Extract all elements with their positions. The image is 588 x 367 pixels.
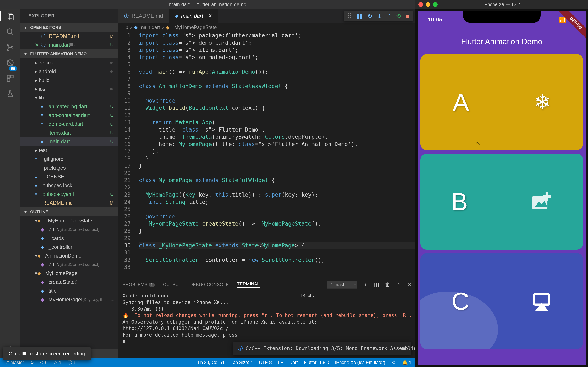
phone-frame: 10:05 📶🔋 DEBUG Flutter Animation Demo A … [415,9,588,367]
folder-item[interactable]: ▸ test [20,146,118,155]
folder-item[interactable]: ▸ .vscode [20,58,118,67]
folder-item[interactable]: ▾ lib [20,93,118,102]
outline-item[interactable]: ◆build (BuildContext context) [20,260,118,269]
card-a[interactable]: A ❄ [420,54,583,150]
maximize-window-icon[interactable] [433,2,438,7]
editor-tab[interactable]: ◆main.dart✕ [169,9,218,23]
svg-rect-0 [8,13,12,19]
notifications-icon[interactable]: 🔔 1 [402,360,411,365]
kill-terminal-icon[interactable]: 🗑 [385,282,390,288]
folder-item[interactable]: ▸ build [20,76,118,85]
file-item[interactable]: ≡main.dartU [20,137,118,146]
app-bar-title: Flutter Animation Demo [417,32,586,51]
step-out-icon[interactable]: ⤒ [387,13,391,19]
mouse-cursor-icon: ↖ [476,140,480,147]
svg-point-2 [7,29,12,33]
feedback-icon[interactable]: ☺ [391,360,396,365]
card-c[interactable]: C [420,253,583,349]
svg-rect-16 [543,195,551,198]
file-item[interactable]: ≡.gitignore [20,155,118,164]
sidebar-title: EXPLORER [20,9,118,23]
outline-item[interactable]: ◆title [20,286,118,295]
device-selector[interactable]: iPhone Xʀ (ios Emulator) [335,360,385,365]
stop-icon[interactable]: ■ [406,13,409,19]
flutter-version[interactable]: Flutter: 1.8.0 [304,360,329,365]
extensions-icon[interactable] [5,73,15,83]
card-b[interactable]: B [420,154,583,250]
outline-item[interactable]: ◆MyHomePage ({Key key, this.tit... [20,295,118,304]
open-editor-item[interactable]: ✕ⓘmain.dart libU [20,41,118,49]
outline-item[interactable]: ▾ ◆AnimationDemo [20,251,118,260]
phone-screen[interactable]: 10:05 📶🔋 DEBUG Flutter Animation Demo A … [417,11,586,365]
step-in-icon[interactable]: ⤓ [377,13,382,19]
search-icon[interactable] [5,27,15,37]
split-terminal-icon[interactable]: ◫ [374,282,379,288]
outline-item[interactable]: ▾ ◆MyHomePage [20,269,118,278]
file-item[interactable]: ≡pubspec.yamlU [20,190,118,199]
outline-item[interactable]: ◆_cards [20,234,118,243]
tab-terminal[interactable]: TERMINAL [237,281,260,288]
drag-handle-icon[interactable]: ⠿ [347,13,352,19]
flutter-test-icon[interactable] [5,89,15,99]
outline-header[interactable]: ▾OUTLINE [20,207,118,216]
file-item[interactable]: ≡LICENSE [20,172,118,181]
screen-recording-notice[interactable]: Click ⏹ to stop screen recording [3,347,91,360]
panel-tab-bar: PROBLEMS1 OUTPUT DEBUG CONSOLE TERMINAL … [118,279,415,291]
svg-rect-1 [9,15,13,20]
notification-toast[interactable]: ⓘC/C++ Extension: Downloading 3/5: Mono … [233,342,411,355]
folder-item[interactable]: ▸ ios [20,85,118,93]
maximize-panel-icon[interactable]: ＾ [396,281,401,288]
file-item[interactable]: ≡animated-bg.dartU [20,102,118,111]
outline-item[interactable]: ◆build (BuildContext context) [20,225,118,234]
terminal-selector[interactable]: 1: bash [327,281,357,289]
close-panel-icon[interactable]: ✕ [407,282,411,288]
debug-icon[interactable] [5,58,15,68]
traffic-lights [418,2,438,7]
tab-debug-console[interactable]: DEBUG CONSOLE [190,282,229,287]
file-item[interactable]: ≡app-container.dartU [20,111,118,120]
source-control-icon[interactable] [5,42,15,52]
minimize-window-icon[interactable] [426,2,430,7]
git-branch[interactable]: ⎇ master [4,360,24,365]
editor-tab[interactable]: ⓘREADME.md [118,9,169,23]
file-item[interactable]: ≡README.mdM [20,199,118,207]
tab-size[interactable]: Tab Size: 4 [231,360,253,365]
open-editors-header[interactable]: ▾OPEN EDITORS [20,23,118,32]
pause-icon[interactable]: ▮▮ [356,13,363,19]
tab-output[interactable]: OUTPUT [163,282,181,287]
explorer-icon[interactable] [0,11,20,21]
card-list[interactable]: A ❄ B C [420,54,583,365]
code-editor[interactable]: 1234567891011121314151617181920212223242… [118,32,415,278]
file-item[interactable]: ≡demo-card.dartU [20,120,118,128]
language-mode[interactable]: Dart [289,360,298,365]
file-item[interactable]: ≡items.dartU [20,128,118,137]
new-terminal-icon[interactable]: ＋ [363,281,368,288]
outline-item[interactable]: ◆createState () [20,278,118,286]
outline-item[interactable]: ▾ ◆_MyHomePageState [20,216,118,225]
phone-notch [463,11,541,23]
svg-line-3 [11,33,13,34]
project-header[interactable]: ▾FLUTTER-ANIMATION-DEMO [20,49,118,58]
status-warnings[interactable]: ⚠ 1 [54,360,61,365]
encoding[interactable]: UTF-8 [259,360,272,365]
restart-icon[interactable]: ⟲ [396,13,401,19]
cursor-position[interactable]: Ln 30, Col 51 [198,360,225,365]
close-window-icon[interactable] [418,2,423,7]
file-item[interactable]: ≡pubspec.lock [20,181,118,190]
folder-item[interactable]: ▸ android [20,67,118,76]
status-errors[interactable]: ⊘ 0 [40,360,47,365]
outline-item[interactable]: ◆_controller [20,243,118,251]
file-item[interactable]: ≡.packages [20,164,118,172]
breadcrumb[interactable]: lib› ◆main.dart› ◆_MyHomePageState [118,23,415,32]
eol[interactable]: LF [278,360,283,365]
sync-icon[interactable]: ↻ [30,360,34,365]
debug-toolbar: ⠿ ▮▮ ↻ ⤓ ⤒ ⟲ ■ [344,11,413,21]
tab-problems[interactable]: PROBLEMS1 [122,282,155,287]
svg-point-5 [7,49,9,50]
svg-rect-10 [11,75,13,78]
phone-time: 10:05 [428,16,442,23]
open-editor-item[interactable]: ✕ⓘREADME.mdM [20,32,118,41]
hot-reload-icon[interactable]: ↻ [367,13,372,19]
terminal-body[interactable]: Xcode build done. 13.4sSyncing files to … [118,291,415,358]
svg-point-6 [11,47,13,48]
